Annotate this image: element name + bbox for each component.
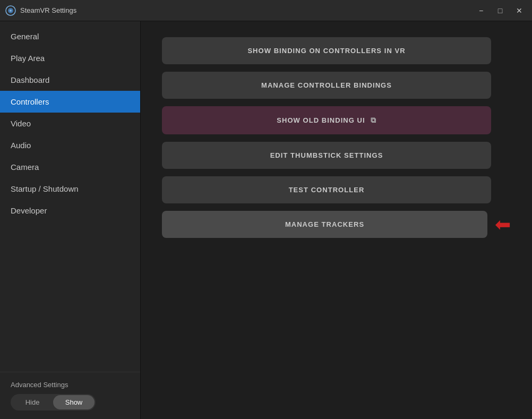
manage-trackers-button[interactable]: MANAGE TRACKERS <box>162 211 487 238</box>
test-controller-button[interactable]: TEST CONTROLLER <box>162 176 491 203</box>
manage-bindings-button[interactable]: MANAGE CONTROLLER BINDINGS <box>162 72 491 99</box>
external-link-icon: ⧉ <box>371 116 376 125</box>
sidebar-item-audio[interactable]: Audio <box>0 134 140 156</box>
titlebar-title: SteamVR Settings <box>20 6 76 14</box>
maximize-button[interactable]: □ <box>492 3 509 18</box>
sidebar-item-video[interactable]: Video <box>0 113 140 134</box>
sidebar-item-camera[interactable]: Camera <box>0 156 140 178</box>
manage-trackers-row: MANAGE TRACKERS ⬅ <box>162 211 511 238</box>
sidebar-item-dashboard[interactable]: Dashboard <box>0 69 140 91</box>
sidebar-item-developer[interactable]: Developer <box>0 200 140 221</box>
main-container: General Play Area Dashboard Controllers … <box>0 21 532 419</box>
toggle-buttons: Hide Show <box>11 394 96 411</box>
minimize-button[interactable]: − <box>473 3 490 18</box>
titlebar-left: SteamVR Settings <box>5 5 76 16</box>
show-binding-vr-button[interactable]: SHOW BINDING ON CONTROLLERS IN VR <box>162 37 491 64</box>
titlebar-controls: − □ ✕ <box>473 3 528 18</box>
edit-thumbstick-button[interactable]: EDIT THUMBSTICK SETTINGS <box>162 142 491 169</box>
sidebar-item-startup-shutdown[interactable]: Startup / Shutdown <box>0 178 140 200</box>
content-area: SHOW BINDING ON CONTROLLERS IN VR MANAGE… <box>141 21 532 419</box>
show-old-binding-button[interactable]: SHOW OLD BINDING UI ⧉ <box>162 106 491 134</box>
show-button[interactable]: Show <box>53 395 95 409</box>
sidebar: General Play Area Dashboard Controllers … <box>0 21 141 419</box>
hide-button[interactable]: Hide <box>12 395 53 409</box>
arrow-left-icon: ⬅ <box>495 215 511 234</box>
sidebar-nav: General Play Area Dashboard Controllers … <box>0 21 140 372</box>
svg-point-2 <box>10 10 12 12</box>
sidebar-footer: Advanced Settings Hide Show <box>0 372 140 419</box>
app-icon <box>5 5 16 16</box>
close-button[interactable]: ✕ <box>511 3 528 18</box>
advanced-settings-label: Advanced Settings <box>11 381 130 389</box>
sidebar-item-general[interactable]: General <box>0 25 140 47</box>
sidebar-item-controllers[interactable]: Controllers <box>0 91 140 113</box>
titlebar: SteamVR Settings − □ ✕ <box>0 0 532 21</box>
sidebar-item-play-area[interactable]: Play Area <box>0 47 140 69</box>
